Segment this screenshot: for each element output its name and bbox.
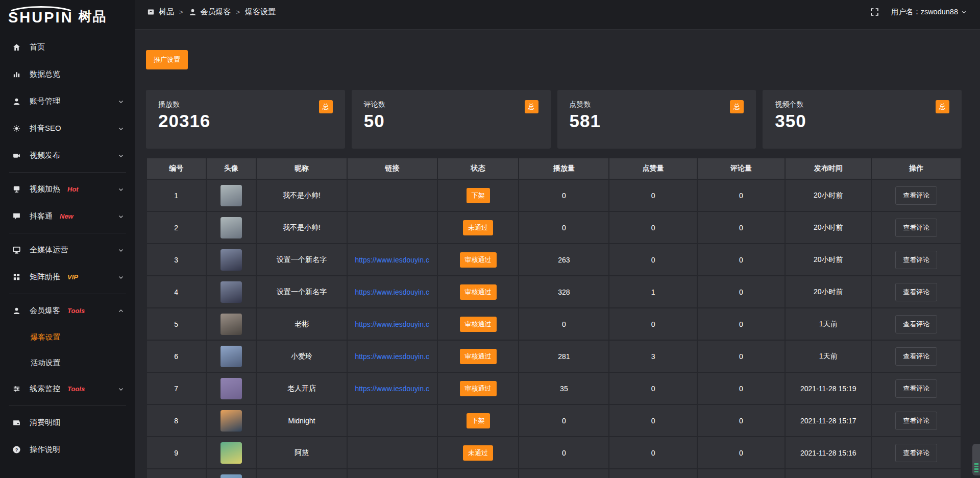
avatar <box>220 185 242 206</box>
status-badge[interactable]: 审核通过 <box>460 381 497 396</box>
sidebar-item-消费明细[interactable]: 消费明细 <box>0 409 135 436</box>
nav-divider <box>9 172 126 173</box>
cell-action: 查看评论 <box>871 244 961 276</box>
user-icon <box>11 306 21 315</box>
cell-avatar <box>206 437 257 469</box>
cell-avatar <box>206 179 257 211</box>
status-badge[interactable]: 下架 <box>467 188 490 203</box>
view-comments-button[interactable]: 查看评论 <box>895 444 937 462</box>
cell-status: 审核通过 <box>437 276 519 308</box>
main-area: 树品>会员爆客>爆客设置 用户名：zswodun88 推广设置 播放数20316… <box>135 0 980 478</box>
status-badge[interactable]: 审核通过 <box>460 317 497 332</box>
sidebar-item-矩阵助推[interactable]: 矩阵助推VIP <box>0 264 135 291</box>
view-comments-button[interactable]: 查看评论 <box>895 379 937 398</box>
cell-likes: 0 <box>609 404 697 437</box>
cell-time: 1天前 <box>785 308 871 340</box>
cell-id: 2 <box>146 211 206 244</box>
cell-action <box>871 469 961 478</box>
status-badge[interactable]: 审核通过 <box>460 349 497 364</box>
sidebar-item-视频发布[interactable]: 视频发布 <box>0 142 135 169</box>
video-link[interactable]: https://www.iesdouyin.c <box>355 288 429 296</box>
status-badge[interactable]: 审核通过 <box>460 252 497 268</box>
status-badge[interactable]: 下架 <box>467 413 490 428</box>
sidebar-item-抖音SEO[interactable]: 抖音SEO <box>0 115 135 142</box>
user-menu[interactable]: 用户名：zswodun88 <box>891 7 967 17</box>
table-row: 7老人开店https://www.iesdouyin.c审核通过35002021… <box>146 372 961 404</box>
logo-arc-icon: SHUPIN <box>8 5 74 25</box>
video-table: 编号头像昵称链接状态播放量点赞量评论量发布时间操作 1我不是小帅!下架00020… <box>146 157 962 478</box>
sidebar-item-数据总览[interactable]: 数据总览 <box>0 61 135 88</box>
view-comments-button[interactable]: 查看评论 <box>895 283 937 301</box>
cell-comments: 0 <box>697 211 785 244</box>
sidebar-item-首页[interactable]: 首页 <box>0 34 135 61</box>
column-header-点赞量: 点赞量 <box>609 158 697 179</box>
sidebar-item-tag: New <box>60 212 74 220</box>
column-header-播放量: 播放量 <box>519 158 609 179</box>
sidebar-item-线索监控[interactable]: 线索监控Tools <box>0 375 135 402</box>
cell-likes: 1 <box>609 276 697 308</box>
cell-id: 4 <box>146 276 206 308</box>
sidebar-item-视频加热[interactable]: 视频加热Hot <box>0 176 135 203</box>
stat-card-value: 581 <box>570 111 744 131</box>
sidebar-item-label: 操作说明 <box>30 445 60 455</box>
cell-link <box>347 179 437 211</box>
view-comments-button[interactable]: 查看评论 <box>895 315 937 333</box>
user-icon <box>188 8 197 16</box>
sidebar-item-label: 视频发布 <box>30 151 60 160</box>
cell-likes: 3 <box>609 340 697 372</box>
cell-id: 3 <box>146 244 206 276</box>
video-link[interactable]: https://www.iesdouyin.c <box>355 256 429 264</box>
sidebar-item-操作说明[interactable]: ?操作说明 <box>0 436 135 463</box>
status-badge[interactable]: 审核通过 <box>460 284 497 300</box>
sidebar-item-label: 视频加热 <box>30 184 60 194</box>
promo-settings-button[interactable]: 推广设置 <box>146 50 188 69</box>
stat-cards: 播放数20316总评论数50总点赞数581总视频个数350总 <box>146 90 962 149</box>
wallet-icon <box>11 418 21 427</box>
cell-id: 6 <box>146 340 206 372</box>
cell-link <box>347 211 437 244</box>
fullscreen-icon[interactable] <box>870 8 879 16</box>
video-link[interactable]: https://www.iesdouyin.c <box>355 385 429 393</box>
breadcrumb-item-树品[interactable]: 树品 <box>146 7 174 17</box>
breadcrumb: 树品>会员爆客>爆客设置 <box>146 7 276 17</box>
view-comments-button[interactable]: 查看评论 <box>895 186 937 205</box>
cell-action: 查看评论 <box>871 276 961 308</box>
cell-likes: 0 <box>609 244 697 276</box>
cell-nickname: Midnight <box>256 404 347 437</box>
breadcrumb-item-会员爆客[interactable]: 会员爆客 <box>188 7 231 17</box>
sidebar-subitem-爆客设置[interactable]: 爆客设置 <box>0 324 135 350</box>
cell-comments: 0 <box>697 276 785 308</box>
stat-card-label: 评论数 <box>364 100 538 109</box>
video-icon <box>11 151 21 160</box>
cell-id: 5 <box>146 308 206 340</box>
cell-avatar <box>206 372 257 404</box>
status-badge[interactable]: 未通过 <box>463 220 493 235</box>
floating-widget[interactable] <box>972 444 980 475</box>
view-comments-button[interactable]: 查看评论 <box>895 219 937 237</box>
cell-link: https://www.iesdouyin.c <box>347 244 437 276</box>
cell-status: 下架 <box>437 404 519 437</box>
view-comments-button[interactable]: 查看评论 <box>895 251 937 269</box>
sidebar-item-会员爆客[interactable]: 会员爆客Tools <box>0 297 135 324</box>
sidebar-subitem-活动设置[interactable]: 活动设置 <box>0 350 135 375</box>
breadcrumb-item-爆客设置[interactable]: 爆客设置 <box>245 7 276 17</box>
video-table-wrap: 编号头像昵称链接状态播放量点赞量评论量发布时间操作 1我不是小帅!下架00020… <box>146 157 962 478</box>
sidebar-item-tag: Tools <box>67 385 85 393</box>
column-header-编号: 编号 <box>146 158 206 179</box>
cell-time: 2021-11-28 15:16 <box>785 437 871 469</box>
column-header-头像: 头像 <box>206 158 257 179</box>
view-comments-button[interactable]: 查看评论 <box>895 347 937 366</box>
stat-card-value: 20316 <box>158 111 333 131</box>
sidebar-item-全媒体运营[interactable]: 全媒体运营 <box>0 236 135 264</box>
sidebar-item-抖客通[interactable]: 抖客通New <box>0 203 135 230</box>
sidebar-item-label: 抖客通 <box>30 211 53 221</box>
sidebar-item-label: 抖音SEO <box>30 124 61 133</box>
sidebar-item-label: 数据总览 <box>30 69 60 79</box>
video-link[interactable]: https://www.iesdouyin.c <box>355 320 429 328</box>
sidebar-item-label: 首页 <box>30 42 45 52</box>
status-badge[interactable]: 未通过 <box>463 445 493 461</box>
view-comments-button[interactable]: 查看评论 <box>895 412 937 430</box>
stat-card-播放数: 播放数20316总 <box>146 90 345 149</box>
sidebar-item-账号管理[interactable]: 账号管理 <box>0 88 135 115</box>
video-link[interactable]: https://www.iesdouyin.c <box>355 352 429 361</box>
